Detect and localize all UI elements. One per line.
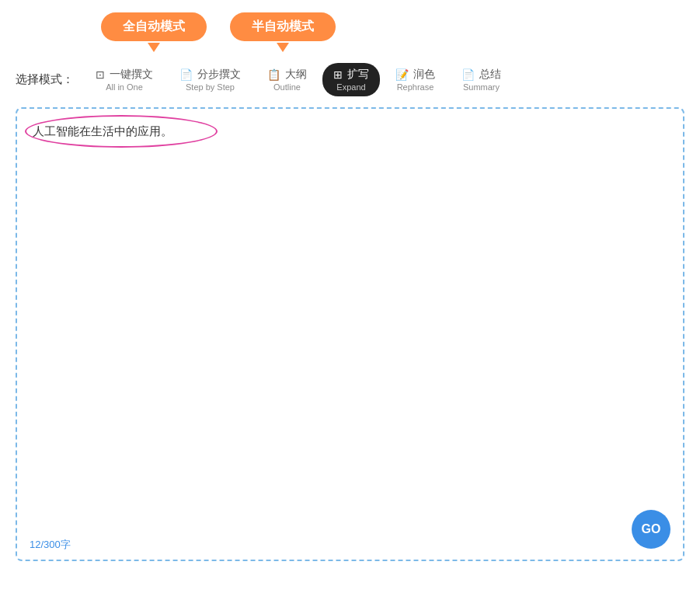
semi-mode-arrow xyxy=(277,43,289,52)
mode-selection-row: 选择模式： ⊡ 一键撰文 All in One 📄 分步撰文 Step by S… xyxy=(0,41,700,107)
content-area: 12/300字 GO xyxy=(16,107,684,561)
tab-rephrase-zh: 📝 润色 xyxy=(395,68,435,82)
tab-all-in-one[interactable]: ⊡ 一键撰文 All in One xyxy=(85,63,164,96)
summary-icon: 📄 xyxy=(461,68,475,81)
tab-summary[interactable]: 📄 总结 Summary xyxy=(451,63,512,96)
outline-icon: 📋 xyxy=(267,68,280,81)
all-in-one-icon: ⊡ xyxy=(96,68,105,81)
main-textarea[interactable] xyxy=(17,109,683,560)
tab-expand[interactable]: ⊞ 扩写 Expand xyxy=(322,63,380,96)
mode-tabs: ⊡ 一键撰文 All in One 📄 分步撰文 Step by Step 📋 … xyxy=(85,63,512,96)
top-modes-container: 全自动模式 半自动模式 xyxy=(0,0,700,41)
auto-mode-label: 全自动模式 xyxy=(123,19,185,35)
step-by-step-icon: 📄 xyxy=(179,68,193,81)
semi-mode-button[interactable]: 半自动模式 xyxy=(230,12,336,41)
semi-mode-label: 半自动模式 xyxy=(252,19,314,35)
auto-mode-arrow xyxy=(148,43,160,52)
tab-all-in-one-zh: ⊡ 一键撰文 xyxy=(96,68,153,82)
tab-step-by-step[interactable]: 📄 分步撰文 Step by Step xyxy=(169,63,252,96)
tab-step-by-step-en: Step by Step xyxy=(186,82,235,92)
go-button[interactable]: GO xyxy=(632,510,670,549)
tab-expand-zh: ⊞ 扩写 xyxy=(333,68,369,82)
auto-mode-button[interactable]: 全自动模式 xyxy=(101,12,207,41)
tab-rephrase-en: Rephrase xyxy=(397,82,434,92)
select-label: 选择模式： xyxy=(16,72,74,87)
tab-all-in-one-en: All in One xyxy=(106,82,143,92)
rephrase-icon: 📝 xyxy=(395,68,409,81)
textarea-wrapper: 12/300字 GO xyxy=(17,109,683,560)
tab-outline-en: Outline xyxy=(273,82,301,92)
tab-summary-zh: 📄 总结 xyxy=(461,68,501,82)
word-count: 12/300字 xyxy=(30,538,71,552)
expand-icon: ⊞ xyxy=(333,68,343,81)
tab-outline[interactable]: 📋 大纲 Outline xyxy=(256,63,318,96)
tab-outline-zh: 📋 大纲 xyxy=(267,68,307,82)
tab-step-by-step-zh: 📄 分步撰文 xyxy=(179,68,241,82)
tab-expand-en: Expand xyxy=(336,82,365,92)
tab-summary-en: Summary xyxy=(463,82,500,92)
tab-rephrase[interactable]: 📝 润色 Rephrase xyxy=(385,63,446,96)
